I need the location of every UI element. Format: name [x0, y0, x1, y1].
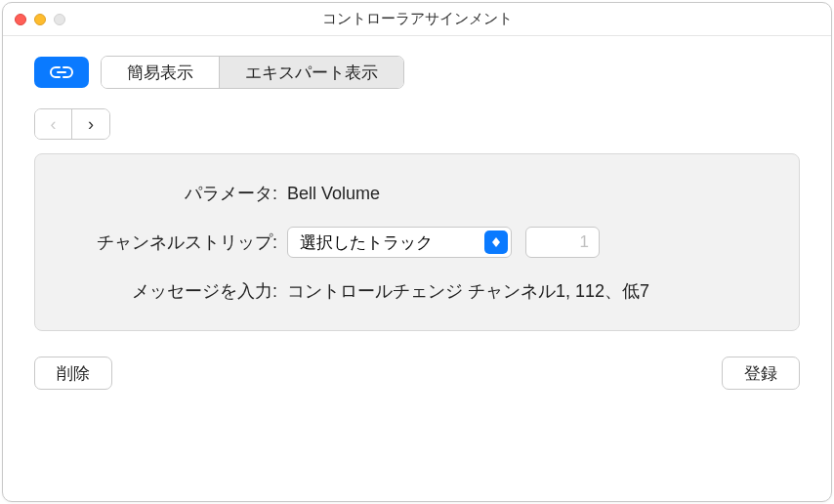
row-parameter: パラメータ: Bell Volume	[63, 182, 771, 205]
channel-strip-select[interactable]: 選択したトラック	[287, 227, 512, 258]
tab-expert[interactable]: エキスパート表示	[220, 57, 403, 88]
nav-arrows: ‹ ›	[34, 108, 110, 140]
tab-simple[interactable]: 簡易表示	[102, 57, 220, 88]
channel-strip-label: チャンネルストリップ:	[63, 231, 287, 254]
row-channel-strip: チャンネルストリップ: 選択したトラック	[63, 227, 771, 258]
input-message-label: メッセージを入力:	[63, 279, 287, 303]
register-button[interactable]: 登録	[722, 357, 800, 390]
toolbar: 簡易表示 エキスパート表示	[3, 36, 831, 103]
link-icon	[50, 65, 73, 79]
input-message-value: コントロールチェンジ チャンネル1, 112、低7	[287, 279, 649, 303]
traffic-lights	[15, 14, 65, 25]
titlebar: コントローラアサインメント	[3, 3, 831, 36]
delete-button[interactable]: 削除	[34, 357, 112, 390]
select-arrows-icon	[484, 231, 508, 254]
channel-strip-selected-value: 選択したトラック	[300, 231, 433, 254]
nav-forward-button[interactable]: ›	[72, 109, 109, 139]
channel-number-field[interactable]	[525, 227, 600, 258]
chevron-right-icon: ›	[88, 114, 94, 135]
controller-assignment-window: コントローラアサインメント 簡易表示 エキスパート表示 ‹ › パラメータ:	[2, 2, 832, 502]
close-window-button[interactable]	[15, 14, 26, 25]
window-title: コントローラアサインメント	[15, 10, 819, 28]
parameter-value: Bell Volume	[287, 184, 380, 204]
chevron-left-icon: ‹	[51, 114, 57, 135]
nav-row: ‹ ›	[3, 103, 831, 153]
link-button[interactable]	[34, 57, 89, 88]
view-mode-segmented: 簡易表示 エキスパート表示	[101, 56, 404, 89]
bottom-bar: 削除 登録	[3, 331, 831, 415]
minimize-window-button[interactable]	[34, 14, 46, 25]
nav-back-button: ‹	[35, 109, 72, 139]
row-input-message: メッセージを入力: コントロールチェンジ チャンネル1, 112、低7	[63, 279, 771, 303]
zoom-window-button	[54, 14, 65, 25]
parameter-label: パラメータ:	[63, 182, 287, 205]
content-panel: パラメータ: Bell Volume チャンネルストリップ: 選択したトラック …	[34, 153, 800, 331]
